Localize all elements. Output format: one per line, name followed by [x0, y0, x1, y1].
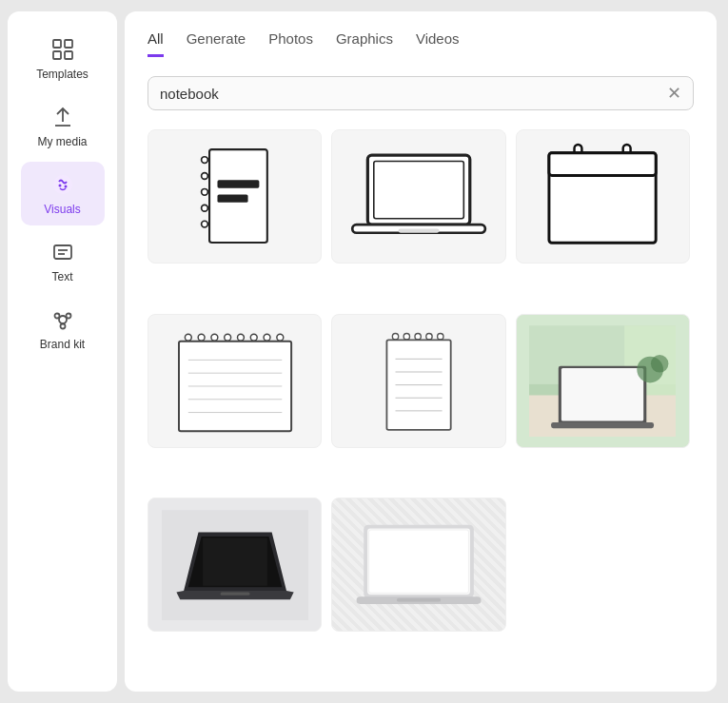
svg-point-6 [53, 175, 72, 194]
main-panel: All Generate Photos Graphics Videos ✕ [125, 11, 717, 692]
svg-point-50 [438, 334, 443, 340]
svg-rect-63 [551, 422, 654, 428]
tab-photos[interactable]: Photos [268, 30, 313, 57]
svg-rect-9 [54, 245, 71, 259]
templates-icon [49, 36, 76, 63]
sidebar: Templates My media Visuals [8, 11, 117, 692]
my-media-icon [49, 104, 76, 130]
svg-point-35 [224, 334, 230, 341]
svg-point-37 [250, 334, 257, 341]
grid-item-notepad-wide[interactable] [148, 314, 322, 448]
svg-point-49 [426, 334, 432, 340]
visuals-icon [49, 171, 76, 198]
svg-rect-31 [549, 153, 656, 176]
svg-rect-72 [369, 530, 469, 593]
image-grid [148, 129, 694, 673]
search-bar: ✕ [148, 76, 694, 110]
svg-rect-0 [53, 40, 61, 48]
svg-rect-62 [561, 368, 643, 420]
svg-point-18 [201, 189, 207, 196]
svg-point-34 [211, 334, 218, 341]
svg-rect-25 [374, 162, 464, 219]
tab-videos[interactable]: Videos [416, 30, 460, 57]
svg-point-20 [201, 222, 207, 228]
text-icon [49, 239, 76, 265]
sidebar-item-templates[interactable]: Templates [21, 27, 105, 90]
svg-rect-67 [203, 537, 267, 585]
svg-point-39 [276, 334, 283, 341]
svg-point-65 [651, 355, 668, 372]
svg-rect-1 [65, 40, 72, 48]
svg-rect-74 [397, 598, 441, 602]
svg-rect-23 [217, 195, 247, 203]
svg-point-14 [66, 314, 70, 319]
sidebar-item-visuals-label: Visuals [44, 203, 80, 216]
svg-point-36 [237, 334, 244, 341]
brand-kit-icon [49, 306, 76, 333]
svg-rect-68 [220, 592, 249, 595]
svg-rect-27 [399, 229, 440, 233]
grid-item-notebook[interactable] [148, 129, 322, 264]
search-input[interactable] [160, 86, 667, 102]
tab-generate[interactable]: Generate [187, 30, 246, 57]
sidebar-item-brand-kit[interactable]: Brand kit [21, 297, 105, 361]
svg-point-13 [54, 314, 59, 319]
tab-all[interactable]: All [148, 30, 164, 57]
svg-point-48 [415, 334, 421, 340]
sidebar-item-brand-kit-label: Brand kit [40, 338, 85, 351]
svg-point-33 [198, 334, 205, 341]
svg-rect-3 [65, 51, 72, 59]
svg-point-32 [185, 334, 191, 341]
sidebar-item-text[interactable]: Text [21, 229, 105, 293]
svg-rect-2 [53, 51, 61, 59]
svg-rect-22 [217, 181, 259, 188]
svg-point-38 [264, 334, 270, 341]
svg-point-7 [58, 185, 61, 187]
sidebar-item-visuals[interactable]: Visuals [21, 162, 105, 225]
svg-point-15 [60, 324, 65, 329]
grid-item-laptop[interactable] [331, 129, 505, 264]
sidebar-item-templates-label: Templates [36, 68, 89, 81]
tab-bar: All Generate Photos Graphics Videos [148, 30, 694, 57]
clear-search-icon[interactable]: ✕ [667, 85, 681, 102]
grid-item-photo-laptop-white[interactable] [331, 498, 505, 632]
tab-graphics[interactable]: Graphics [336, 30, 393, 57]
svg-point-19 [201, 205, 207, 212]
grid-item-notepad-narrow[interactable] [331, 314, 505, 448]
sidebar-item-text-label: Text [51, 270, 72, 283]
svg-point-16 [201, 157, 207, 164]
grid-item-calendar[interactable] [516, 129, 690, 264]
sidebar-item-my-media-label: My media [37, 135, 87, 148]
svg-point-46 [392, 334, 398, 340]
svg-point-12 [59, 316, 67, 323]
svg-point-47 [403, 334, 409, 340]
sidebar-item-my-media[interactable]: My media [21, 94, 105, 158]
svg-point-8 [64, 186, 67, 188]
grid-item-photo-laptop-black[interactable] [148, 498, 322, 632]
grid-item-photo-laptop-desk[interactable] [516, 314, 690, 448]
svg-point-17 [201, 173, 207, 180]
